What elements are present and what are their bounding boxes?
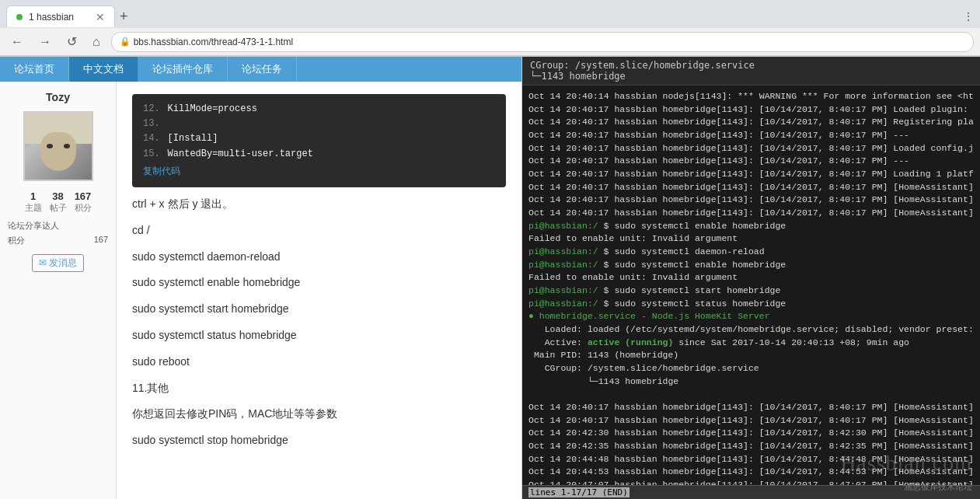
new-tab-button[interactable]: + — [115, 9, 133, 25]
code-line-13: 13. — [143, 117, 495, 131]
line-num-12: 12. — [143, 102, 160, 117]
stat-posts-label: 帖子 — [50, 202, 67, 214]
terminal-line-4: Oct 14 20:40:17 hassbian homebridge[1143… — [528, 129, 974, 142]
nav-item-plugins[interactable]: 论坛插件仓库 — [138, 57, 228, 82]
article-text-8: 你想返回去修改PIN码，MAC地址等等参数 — [132, 405, 506, 424]
stat-posts: 38 帖子 — [50, 190, 67, 214]
forum-article: 12. KillMode=process 13. 14. [Install] 1… — [117, 82, 521, 499]
terminal-log-6: Oct 14 20:44:53 hassbian homebridge[1143… — [528, 466, 974, 479]
tab-active-indicator — [16, 14, 23, 20]
terminal-log-1: Oct 14 20:40:17 hassbian homebridge[1143… — [528, 401, 974, 414]
terminal-loaded: Loaded: loaded (/etc/systemd/system/home… — [528, 323, 974, 337]
code-line-15: 15. WantedBy=multi-user.target — [143, 147, 495, 162]
user-name: Tozy — [46, 91, 70, 103]
terminal-line-5: Oct 14 20:40:17 hassbian homebridge[1143… — [528, 142, 974, 155]
line-num-15: 15. — [143, 147, 160, 162]
article-text-6: sudo reboot — [132, 353, 506, 372]
terminal-line-7: Oct 14 20:40:17 hassbian homebridge[1143… — [528, 168, 974, 181]
terminal-line-8: Oct 14 20:40:17 hassbian homebridge[1143… — [528, 181, 974, 194]
nav-item-tasks[interactable]: 论坛任务 — [228, 57, 297, 82]
reload-button[interactable]: ↺ — [62, 33, 82, 51]
terminal-mainpid: Main PID: 1143 (homebridge) — [528, 349, 974, 362]
terminal-cgroup2: CGroup: /system.slice/homebridge.service — [528, 362, 974, 375]
article-text-0: ctrl + x 然后 y 退出。 — [132, 195, 506, 214]
terminal-log-4: Oct 14 20:42:35 hassbian homebridge[1143… — [528, 440, 974, 453]
terminal-top-bar: CGroup: /system.slice/homebridge.service… — [522, 57, 980, 85]
nav-item-home[interactable]: 论坛首页 — [0, 57, 69, 82]
send-message-button[interactable]: ✉ 发消息 — [32, 254, 84, 272]
stat-score-num: 167 — [75, 190, 92, 202]
article-text-7: 11.其他 — [132, 379, 506, 398]
terminal-cgroup-line: CGroup: /system.slice/homebridge.service — [530, 60, 972, 71]
url-text: bbs.hassbian.com/thread-473-1-1.html — [134, 37, 293, 47]
article-text-1: cd / — [132, 222, 506, 240]
terminal-blank — [528, 388, 974, 401]
user-stats: 1 主题 38 帖子 167 积分 — [8, 190, 108, 214]
avatar-eyes — [47, 144, 70, 148]
status-highlight-text: lines 1-17/17 (END) — [528, 487, 630, 497]
article-text-5: sudo systemctl status homebridge — [132, 326, 506, 345]
active-running-text: active (running) — [588, 337, 673, 347]
terminal-line-9: Oct 14 20:40:17 hassbian homebridge[1143… — [528, 194, 974, 207]
nav-item-docs[interactable]: 中文文档 — [69, 57, 138, 82]
line-num-14: 14. — [143, 131, 160, 146]
user-score-row: 积分 167 — [8, 235, 108, 246]
code-line-14: 14. [Install] — [143, 131, 495, 146]
line-code-15: WantedBy=multi-user.target — [168, 147, 313, 162]
tab-menu-button[interactable]: ⋮ — [963, 10, 974, 23]
user-role-label: 论坛分享达人 — [8, 220, 108, 232]
terminal-line-1: Oct 14 20:40:14 hassbian nodejs[1143]: *… — [528, 90, 974, 103]
forum-nav: 论坛首页 中文文档 论坛插件仓库 论坛任务 — [0, 57, 521, 82]
article-text-3: sudo systemctl enable homebridge — [132, 274, 506, 292]
terminal-prompt-1: pi@hassbian:/ $ sudo systemctl enable ho… — [528, 220, 974, 233]
terminal-line-6: Oct 14 20:40:17 hassbian homebridge[1143… — [528, 155, 974, 168]
forum-sidebar: Tozy 1 主题 38 帖子 — [0, 82, 117, 499]
browser-nav: ← → ↺ ⌂ 🔒 bbs.hassbian.com/thread-473-1-… — [0, 28, 980, 56]
terminal-prompt-3: pi@hassbian:/ $ sudo systemctl enable ho… — [528, 259, 974, 272]
avatar-face — [40, 132, 76, 171]
terminal-line-10: Oct 14 20:40:17 hassbian homebridge[1143… — [528, 207, 974, 220]
logo-overlay: 涵思彼岸技术论坛 — [904, 481, 972, 493]
terminal-prompt-5: pi@hassbian:/ $ sudo systemctl status ho… — [528, 298, 974, 311]
stat-posts-num: 38 — [52, 190, 63, 202]
terminal-line-2: Oct 14 20:40:17 hassbian homebridge[1143… — [528, 103, 974, 117]
stat-topic-num: 1 — [30, 190, 36, 202]
address-bar[interactable]: 🔒 bbs.hassbian.com/thread-473-1-1.html — [111, 32, 974, 52]
home-button[interactable]: ⌂ — [88, 33, 105, 51]
terminal-content[interactable]: Oct 14 20:40:14 hassbian nodejs[1143]: *… — [522, 85, 980, 485]
back-button[interactable]: ← — [6, 33, 28, 51]
score-label: 积分 — [8, 235, 25, 246]
terminal-line-3: Oct 14 20:40:17 hassbian homebridge[1143… — [528, 116, 974, 129]
tab-label: 1 hassbian — [29, 12, 74, 23]
stat-topic: 1 主题 — [25, 190, 42, 214]
stat-topic-label: 主题 — [25, 202, 42, 214]
tab-hassbian[interactable]: 1 hassbian ✕ — [6, 5, 115, 27]
terminal-line-11: Failed to enable unit: Invalid argument — [528, 232, 974, 246]
score-value: 167 — [94, 235, 108, 246]
terminal-prompt-4: pi@hassbian:/ $ sudo systemctl start hom… — [528, 284, 974, 298]
code-line-12: 12. KillMode=process — [143, 102, 495, 117]
line-code-14: [Install] — [168, 131, 218, 146]
main-content: 论坛首页 中文文档 论坛插件仓库 论坛任务 Tozy — [0, 57, 980, 499]
terminal-log-3: Oct 14 20:42:30 hassbian homebridge[1143… — [528, 427, 974, 440]
line-num-13: 13. — [143, 117, 160, 131]
user-avatar — [23, 111, 93, 181]
line-code-12: KillMode=process — [168, 102, 257, 117]
terminal-pid-line: └─1143 homebridge — [530, 71, 972, 82]
tab-close-button[interactable]: ✕ — [96, 11, 105, 23]
copy-code-button[interactable]: 复制代码 — [143, 165, 180, 180]
terminal-log-5: Oct 14 20:44:48 hassbian homebridge[1143… — [528, 453, 974, 466]
terminal-active: Active: active (running) since Sat 2017-… — [528, 337, 974, 350]
forum-panel: 论坛首页 中文文档 论坛插件仓库 论坛任务 Tozy — [0, 57, 522, 499]
article-text-2: sudo systemctl daemon-reload — [132, 248, 506, 267]
forum-body: Tozy 1 主题 38 帖子 — [0, 82, 521, 499]
forward-button[interactable]: → — [34, 33, 56, 51]
terminal-log-2: Oct 14 20:40:17 hassbian homebridge[1143… — [528, 414, 974, 427]
terminal-service-bullet: ● homebridge.service - Node.js HomeKit S… — [528, 310, 974, 323]
terminal-prompt-2: pi@hassbian:/ $ sudo systemctl daemon-re… — [528, 246, 974, 259]
tab-bar: 1 hassbian ✕ + ⋮ — [0, 0, 980, 28]
terminal-panel: CGroup: /system.slice/homebridge.service… — [522, 57, 980, 499]
oct-label: Oct — [528, 91, 545, 101]
eye-left — [47, 144, 53, 148]
article-text-9: sudo systemctl stop homebridge — [132, 431, 506, 450]
